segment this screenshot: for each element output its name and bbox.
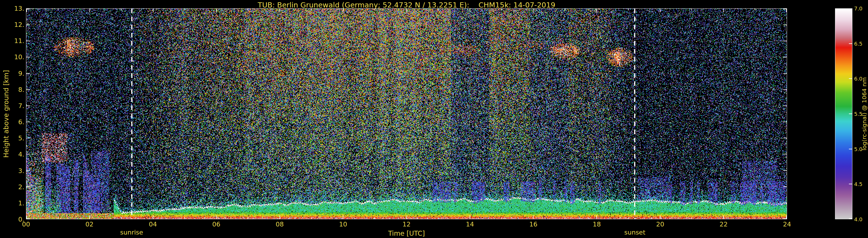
x-tick-label: 02 bbox=[85, 221, 93, 228]
colorbar-tick-mark bbox=[849, 8, 852, 9]
y-tick-label: 12. bbox=[0, 21, 24, 28]
y-tick-label: 5. bbox=[0, 135, 24, 142]
y-tick-label: 13. bbox=[0, 5, 24, 12]
colorbar-tick-mark bbox=[849, 218, 852, 219]
x-tick-label: 12 bbox=[403, 221, 411, 228]
x-tick-label: 24 bbox=[783, 221, 791, 228]
y-tick-label: 4. bbox=[0, 151, 24, 158]
colorbar-label: log(rc-signal) @ 1064 nm bbox=[861, 8, 868, 219]
colorbar-tick-mark bbox=[849, 78, 852, 79]
x-tick-label: 16 bbox=[529, 221, 537, 228]
x-tick-label: 18 bbox=[593, 221, 601, 228]
grid-overlay-canvas bbox=[26, 9, 787, 219]
figure: { "title": "TUB: Berlin Grunewald (Germa… bbox=[0, 0, 868, 238]
sunset-label: sunset bbox=[624, 229, 645, 236]
colorbar-tick-mark bbox=[849, 149, 852, 149]
colorbar-tick-mark bbox=[849, 43, 852, 44]
y-tick-label: 9. bbox=[0, 70, 24, 77]
x-tick-label: 14 bbox=[466, 221, 474, 228]
x-tick-label: 10 bbox=[339, 221, 347, 228]
y-tick-label: 1. bbox=[0, 199, 24, 206]
plot-area bbox=[26, 8, 787, 219]
sunrise-label: sunrise bbox=[120, 229, 143, 236]
y-tick-label: 3. bbox=[0, 167, 24, 174]
x-tick-label: 22 bbox=[720, 221, 728, 228]
x-tick-label: 04 bbox=[149, 221, 157, 228]
y-tick-label: 7. bbox=[0, 102, 24, 109]
colorbar-tick-mark bbox=[849, 113, 852, 114]
y-tick-label: 8. bbox=[0, 86, 24, 93]
x-tick-label: 08 bbox=[276, 221, 284, 228]
plot-title: TUB: Berlin Grunewald (Germany; 52.4732 … bbox=[26, 1, 787, 9]
y-tick-label: 10. bbox=[0, 54, 24, 61]
y-tick-label: 2. bbox=[0, 183, 24, 190]
colorbar-tick-mark bbox=[849, 184, 852, 184]
y-tick-label: 6. bbox=[0, 118, 24, 126]
y-tick-label: 11. bbox=[0, 37, 24, 44]
x-tick-label: 06 bbox=[212, 221, 220, 228]
x-tick-label: 20 bbox=[656, 221, 664, 228]
y-tick-label: 0. bbox=[0, 216, 24, 223]
